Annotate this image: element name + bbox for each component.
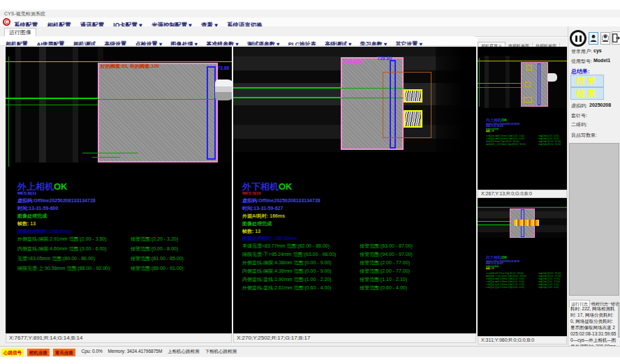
measurement-row: 宽度=83.05mm 范围:(80.00 - 86.00) 报警范围:(81.0… (17, 255, 227, 262)
measurement-row: 本体宽度=83.77mm 范围:(82.00 - 88.00) 报警范围:(83… (242, 243, 473, 250)
green-line (233, 97, 341, 98)
green-line (478, 83, 521, 84)
alarm-range: 报警范围:(1.10 - 2.10) (360, 276, 407, 283)
qrcode-label: 二维码: (571, 121, 587, 128)
alarm-range: 报警范围:(81.00 - 85.00) (131, 255, 184, 262)
pause-button[interactable] (570, 30, 586, 47)
product-roi-pink (98, 63, 218, 162)
tool-spot-check[interactable]: 点检设置 ▾ (135, 40, 162, 46)
measurement-value: 内侧直线-隔膜:4.60mm 范围:(3.00 - 6.00) (17, 246, 107, 251)
user-icon (590, 34, 597, 43)
tool-image-processing[interactable]: 图像处理 ▾ (171, 40, 198, 46)
measurement-value: 内侧直线-隔膜:4.38mm 范围:(0.00 - 9.00) (242, 268, 332, 273)
tool-advanced-settings[interactable]: 高级设置 (104, 40, 126, 46)
status-bar: 心跳信号 相机连接 通讯连接 Cpu: 0.0% Memory: 3424.41… (0, 346, 620, 357)
alarm-range: 报警范围:(2.20 - 3.20) (131, 236, 178, 243)
model-label: 使用型号: (571, 58, 592, 65)
yellow-reference-line (478, 61, 567, 61)
left-camera-view[interactable]: 好的阈值:93, 坏的阈值:100 73.88 外上相机OK MES:B|11 … (6, 47, 232, 333)
pause-icon (575, 36, 577, 42)
thumb-camera-view-2[interactable]: 内下相机OK 虚拟码:Offline20250208133134728 时间:1… (478, 198, 567, 336)
measurement-value: 外侧直线-隔膜:2.91mm 范围:(2.00 - 3.50) (17, 236, 107, 241)
exit-button[interactable] (612, 31, 620, 45)
status-ok-label: OK (54, 181, 68, 192)
time-line: 时间:13-31-59-600 (17, 205, 58, 212)
measurement-value: 隔膜宽度-上:90.56mm 范围:(88.00 - 92.00) (486, 144, 526, 146)
done-line: 图像处理完成 (242, 220, 272, 227)
window-title: CYS-视觉检测系统 (4, 11, 45, 16)
done-line: 图像处理完成 (17, 213, 47, 220)
operator-icon (602, 34, 609, 43)
yellow-roi (526, 65, 532, 70)
green-vertical-line (479, 58, 480, 107)
green-line (478, 87, 521, 88)
status-ok-label: OK (501, 255, 507, 259)
ai-elapsed-line: 外观AI耗时: 166ms (242, 213, 285, 220)
measurement-row: 内侧直线-直线:1.90mm 范围:(1.00 - 2.20) 报警范围:(1.… (242, 276, 473, 283)
measurement-row: 隔膜宽度-上:90.56mm 范围:(88.00 - 92.00) 报警范围:(… (17, 265, 227, 272)
alarm-range: 报警范围:(83.00 - 87.00) (360, 243, 413, 250)
frames-line: 帧数: 13 (17, 220, 36, 227)
pixel-coordinates: X:311;Y:980;R:0;G:0;B:0 (481, 338, 534, 342)
cpu-usage: Cpu: 0.0% (81, 347, 102, 356)
tool-plc-address-table[interactable]: PLC地址表 (288, 40, 316, 46)
camera-name-label: 内下相机 (486, 255, 501, 259)
blue-roi-value: 73.88 (217, 66, 230, 70)
frames-line: 帧数: 13 (242, 228, 260, 235)
operator-button[interactable] (600, 32, 610, 45)
brand-c-swirl-icon: C (2, 17, 11, 26)
tool-ai-usage-config[interactable]: AI使用配置 (36, 40, 64, 46)
log-tab-row: 运行日志线程日志错误日志 (569, 296, 620, 304)
measurement-row: 内侧直线-隔膜:4.60mm 范围:(3.00 - 6.00) 报警范围:(0.… (17, 245, 227, 252)
tool-camera-config[interactable]: 相机配置 (6, 40, 28, 46)
memory-usage: Memory: 3424.41796875M (108, 347, 163, 356)
measurement-value: 隔膜宽度-下=95.24mm 范围:(93.00 - 98.00) (242, 252, 336, 257)
green-line (233, 87, 341, 89)
green-line (6, 105, 98, 105)
tool-other-settings[interactable]: 其它设置 ▾ (395, 40, 422, 46)
pause-icon (580, 36, 582, 42)
vcode-value: 20250208 (589, 103, 611, 107)
status-ok-label: OK (501, 118, 507, 122)
pixel-coordinates: X:270;Y:2502;R:17;G:17;B:17 (237, 335, 310, 341)
login-user-value: cys (593, 48, 602, 53)
tool-test-params[interactable]: 测试项参数 ▾ (247, 40, 279, 46)
status-ok-label: OK (279, 181, 293, 192)
thumb-tab-row: 相机双显示内相机画面外相机画面 (478, 38, 567, 47)
menu-bar: C 系统配置 相机配置 通讯配置 IO卡配置 ▾ 光源控制配置 ▾ 查看 ▾ 系… (0, 17, 620, 27)
measurement-row: 外侧直线-直线:2.61mm 范围:(0.60 - 4.00) 报警范围:(0.… (242, 285, 473, 291)
tool-camera-debug[interactable]: 相机调试 (73, 40, 96, 46)
right-camera-view[interactable]: AI检测区 728.80 外下相机OK MES:0|10 虚拟码:Offline… (233, 47, 476, 333)
model-value: Model1 (593, 58, 610, 63)
white-connector-part (215, 79, 232, 100)
alarm-range: 报警范围:(89.00 - 91.00) (538, 143, 561, 146)
tool-advanced-debug[interactable]: 高级调试 ▾ (325, 40, 351, 46)
yellow-roi (404, 110, 422, 128)
good-count-label: 良品写数量: (571, 132, 597, 139)
barcode-line: 虚拟码:Offline20250208133134728 (242, 197, 320, 204)
blue-measure-roi (538, 63, 540, 105)
measurement-value: 外侧直线-直线:2.61mm 范围:(0.60 - 4.00) (486, 287, 524, 289)
result-list-box[interactable] (569, 143, 619, 296)
comm-link-badge: 通讯连接 (53, 349, 75, 356)
tool-baseline-params[interactable]: 基准线参数 ▾ (206, 40, 238, 46)
brown-roi (383, 72, 431, 138)
tool-learning-params[interactable]: 学习参数 ▾ (360, 40, 387, 46)
yellow-reference-line (6, 61, 232, 62)
green-vertical-line (8, 56, 9, 167)
measurement-row: 外侧直线-隔膜:2.91mm 范围:(2.00 - 3.50) 报警范围:(2.… (17, 236, 227, 243)
measurement-row: 外侧直线-直线:2.61mm 范围:(0.60 - 4.00)报警范围:(0.6… (486, 286, 567, 289)
alarm-range: 报警范围:(0.60 - 4.00) (360, 285, 407, 291)
alarm-range: 报警范围:(89.00 - 91.00) (131, 265, 184, 272)
measurement-value: 内侧直线-直线:1.90mm 范围:(1.00 - 2.20) (242, 277, 332, 282)
result-box-1: 结果 (570, 75, 604, 87)
elapsed-line: 图像处理耗时: 180.00ms (242, 235, 297, 242)
camera-link-badge: 相机连接 (27, 349, 50, 356)
login-user-label: 登录用户: (571, 48, 592, 55)
right-view-coordinate-bar: X:270;Y:2502;R:17;G:17;B:17 (233, 333, 476, 343)
measurement-value: 外侧直线-直线:2.61mm 范围:(0.60 - 4.00) (242, 285, 332, 290)
pixel-coordinates: X:7677;Y:891;R:14;G:14;B:14 (9, 335, 82, 341)
upper-camera-heartbeat: 上相机心跳检测 (168, 347, 200, 356)
thumb-camera-view-1[interactable]: 内上相机OK 虚拟码:Offline20250208133134728 时间:1… (478, 47, 567, 190)
user-button[interactable] (589, 32, 598, 45)
